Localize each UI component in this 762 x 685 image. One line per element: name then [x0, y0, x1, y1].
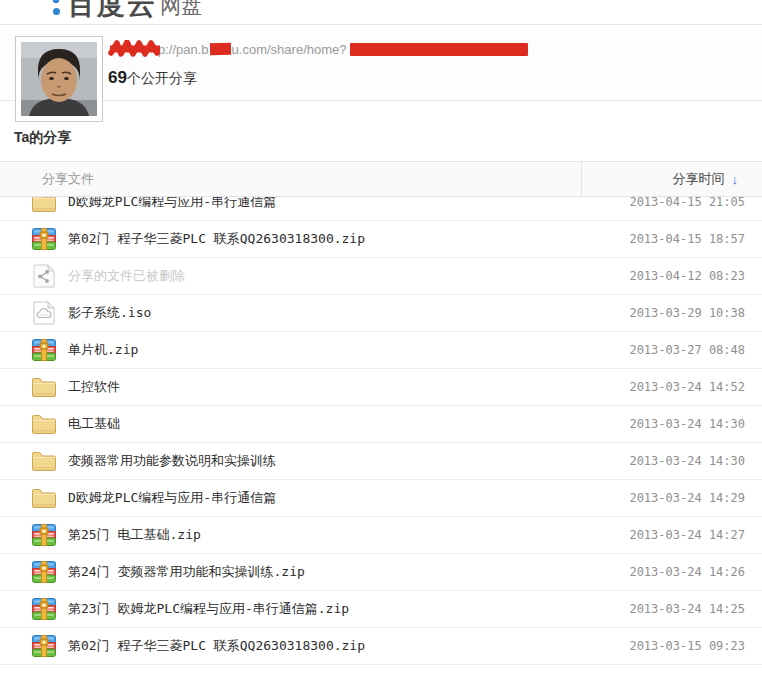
- share-date: 2013-03-24 14:25: [629, 602, 762, 616]
- zip-archive-icon: [32, 598, 56, 620]
- file-name[interactable]: 第02门 程子华三菱PLC 联系QQ2630318300.zip: [68, 637, 365, 655]
- file-name[interactable]: 影子系统.iso: [68, 304, 151, 322]
- share-count-label: 个公开分享: [127, 70, 197, 86]
- zip-archive-icon: [31, 339, 57, 361]
- product-name: 网盘: [160, 0, 202, 20]
- logo-dot-icon: [53, 8, 60, 15]
- folder-icon: [31, 197, 57, 213]
- logo-dot-icon: [53, 0, 59, 3]
- share-table: 分享文件 分享时间 ↓ D欧姆龙PLC编程与应用-串行通信篇2013-04-15…: [0, 161, 762, 683]
- deleted-share-icon: [33, 264, 55, 288]
- file-name: 分享的文件已被删除: [68, 267, 185, 285]
- file-name[interactable]: 第23门 欧姆龙PLC编程与应用-串行通信篇.zip: [68, 600, 349, 618]
- file-name[interactable]: 第25门 电工基础.zip: [68, 526, 201, 544]
- zip-archive-icon: [32, 524, 56, 546]
- sort-descending-icon[interactable]: ↓: [732, 172, 739, 187]
- share-date: 2013-03-24 14:26: [629, 565, 762, 579]
- share-date: 2013-03-29 10:38: [629, 306, 762, 320]
- column-header-time[interactable]: 分享时间 ↓: [581, 162, 762, 196]
- table-row[interactable]: 分享的文件已被删除2013-04-12 08:23: [0, 258, 762, 295]
- share-count: 69: [108, 68, 127, 87]
- file-name[interactable]: 第24门 变频器常用功能和实操训练.zip: [68, 563, 305, 581]
- table-row[interactable]: 变频器常用功能参数说明和实操训练2013-03-24 14:30: [0, 443, 762, 480]
- share-date: 2013-04-15 18:57: [629, 232, 762, 246]
- file-name[interactable]: D欧姆龙PLC编程与应用-串行通信篇: [68, 197, 276, 211]
- column-header-time-label: 分享时间: [673, 170, 725, 188]
- iso-file-icon: [31, 301, 57, 325]
- folder-icon: [31, 377, 57, 398]
- zip-archive-icon: [31, 228, 57, 250]
- redacted-url-query: [350, 43, 528, 56]
- table-row[interactable]: 电工基础2013-03-24 14:30: [0, 406, 762, 443]
- share-date: 2013-03-15 09:23: [629, 639, 762, 653]
- user-line: p://pan.bu.com/share/home?: [108, 40, 528, 58]
- table-row[interactable]: 工控软件2013-03-24 14:52: [0, 369, 762, 406]
- share-url-right: u.com/share/home?: [232, 42, 347, 57]
- top-navbar: 百度云 网盘: [0, 0, 762, 25]
- share-date: 2013-03-24 14:27: [629, 528, 762, 542]
- zip-archive-icon: [31, 598, 57, 620]
- page-title: Ta的分享: [14, 129, 762, 147]
- zip-archive-icon: [32, 339, 56, 361]
- avatar-photo: [21, 42, 97, 116]
- share-url-left: p://pan.b: [158, 42, 209, 57]
- file-name[interactable]: 第02门 程子华三菱PLC 联系QQ2630318300.zip: [68, 230, 365, 248]
- baidu-pan-share-page: 百度云 网盘: [0, 0, 762, 685]
- share-date: 2013-04-12 08:23: [629, 269, 762, 283]
- table-row[interactable]: 第02门 程子华三菱PLC 联系QQ2630318300.zip2013-04-…: [0, 221, 762, 258]
- folder-icon: [31, 451, 57, 472]
- share-list: D欧姆龙PLC编程与应用-串行通信篇2013-04-15 21:05 第02门 …: [0, 197, 762, 683]
- table-row[interactable]: 单片机.zip2013-03-27 08:48: [0, 332, 762, 369]
- column-header-files: 分享文件: [0, 162, 581, 196]
- file-name[interactable]: 电工基础: [68, 415, 120, 433]
- folder-icon: [31, 488, 57, 509]
- table-row[interactable]: D欧姆龙PLC编程与应用-串行通信篇2013-04-15 21:05: [0, 197, 762, 221]
- table-row[interactable]: 第25门 电工基础.zip2013-03-24 14:27: [0, 517, 762, 554]
- table-row[interactable]: 影子系统.iso2013-03-29 10:38: [0, 295, 762, 332]
- table-row[interactable]: 第23门 欧姆龙PLC编程与应用-串行通信篇.zip2013-03-24 14:…: [0, 591, 762, 628]
- table-header: 分享文件 分享时间 ↓: [0, 161, 762, 197]
- folder-icon: [31, 414, 57, 435]
- profile-header: p://pan.bu.com/share/home? 69个公开分享: [0, 25, 762, 101]
- redacted-username: [108, 40, 162, 58]
- folder-icon: [31, 377, 57, 398]
- table-row[interactable]: D欧姆龙PLC编程与应用-串行通信篇2013-03-24 14:29: [0, 480, 762, 517]
- profile-info: p://pan.bu.com/share/home? 69个公开分享: [108, 40, 528, 88]
- share-date: 2013-03-24 14:30: [629, 417, 762, 431]
- share-date: 2013-03-24 14:29: [629, 491, 762, 505]
- avatar[interactable]: [15, 36, 103, 122]
- zip-archive-icon: [31, 635, 57, 657]
- share-date: 2013-03-27 08:48: [629, 343, 762, 357]
- share-count-line: 69个公开分享: [108, 68, 528, 88]
- iso-file-icon: [33, 301, 55, 325]
- brand-name: 百度云: [67, 0, 157, 24]
- redacted-url-fragment: [210, 43, 231, 55]
- share-date: 2013-04-15 21:05: [629, 197, 762, 209]
- zip-archive-icon: [32, 635, 56, 657]
- zip-archive-icon: [32, 561, 56, 583]
- folder-icon: [31, 197, 57, 213]
- table-row[interactable]: 第24门 变频器常用功能和实操训练.zip2013-03-24 14:26: [0, 554, 762, 591]
- share-date: 2013-03-24 14:30: [629, 454, 762, 468]
- file-name[interactable]: D欧姆龙PLC编程与应用-串行通信篇: [68, 489, 276, 507]
- table-row[interactable]: 第02门 程子华三菱PLC 联系QQ2630318300.zip2013-03-…: [0, 628, 762, 665]
- zip-archive-icon: [31, 524, 57, 546]
- file-name[interactable]: 单片机.zip: [68, 341, 138, 359]
- folder-icon: [31, 414, 57, 435]
- deleted-share-icon: [31, 264, 57, 288]
- share-date: 2013-03-24 14:52: [629, 380, 762, 394]
- zip-archive-icon: [31, 561, 57, 583]
- folder-icon: [31, 488, 57, 509]
- folder-icon: [31, 451, 57, 472]
- zip-archive-icon: [32, 228, 56, 250]
- file-name[interactable]: 工控软件: [68, 378, 120, 396]
- file-name[interactable]: 变频器常用功能参数说明和实操训练: [68, 452, 276, 470]
